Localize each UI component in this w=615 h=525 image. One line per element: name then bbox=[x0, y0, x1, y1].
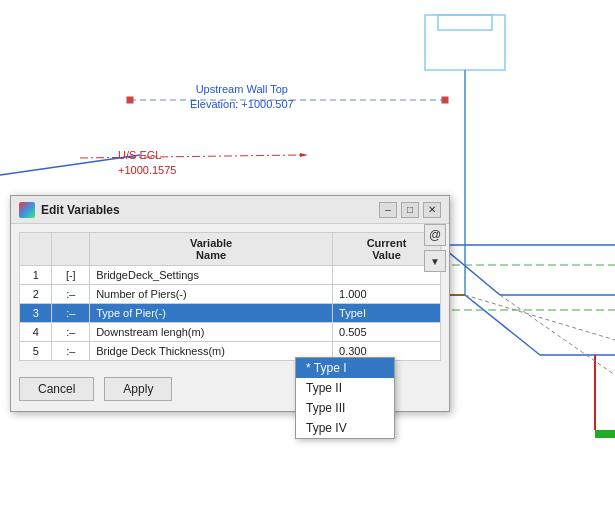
close-button[interactable]: ✕ bbox=[423, 202, 441, 218]
svg-line-20 bbox=[465, 295, 615, 340]
egl-label: U/S EGL bbox=[118, 148, 176, 163]
upstream-wall-annotation: Upstream Wall Top Elevation: +1000.507 bbox=[190, 82, 294, 113]
dropdown-item[interactable]: Type II bbox=[296, 378, 394, 398]
svg-rect-1 bbox=[438, 15, 492, 30]
dropdown-item[interactable]: * Type I bbox=[296, 358, 394, 378]
dropdown-item[interactable]: Type IV bbox=[296, 418, 394, 438]
row-variable: Type of Pier(-) bbox=[90, 304, 333, 323]
table-row[interactable]: 3 :– Type of Pier(-) TypeI bbox=[20, 304, 441, 323]
svg-line-6 bbox=[80, 155, 300, 158]
row-variable: Downstream lengh(m) bbox=[90, 323, 333, 342]
maximize-button[interactable]: □ bbox=[401, 202, 419, 218]
col-variable-header: VariableName bbox=[90, 233, 333, 266]
row-value: 1.000 bbox=[333, 285, 441, 304]
row-number: 4 bbox=[20, 323, 52, 342]
row-value: 0.505 bbox=[333, 323, 441, 342]
dialog-titlebar: Edit Variables – □ ✕ bbox=[11, 196, 449, 224]
dialog-body: VariableName CurrentValue 1 [-] BridgeDe… bbox=[11, 224, 449, 369]
upstream-wall-elevation: Elevation: +1000.507 bbox=[190, 97, 294, 112]
row-variable: Number of Piers(-) bbox=[90, 285, 333, 304]
svg-marker-7 bbox=[300, 153, 308, 157]
svg-line-12 bbox=[465, 295, 540, 355]
table-row[interactable]: 4 :– Downstream lengh(m) 0.505 bbox=[20, 323, 441, 342]
row-dash: :– bbox=[52, 285, 90, 304]
row-dash: :– bbox=[52, 342, 90, 361]
egl-annotation: U/S EGL +1000.1575 bbox=[118, 148, 176, 179]
col-num-header bbox=[20, 233, 52, 266]
col-dash-header bbox=[52, 233, 90, 266]
svg-rect-0 bbox=[425, 15, 505, 70]
collapse-button[interactable]: ▼ bbox=[424, 250, 446, 272]
svg-rect-5 bbox=[442, 97, 448, 103]
row-value: TypeI bbox=[333, 304, 441, 323]
dialog-title-left: Edit Variables bbox=[19, 202, 120, 218]
row-number: 5 bbox=[20, 342, 52, 361]
svg-line-21 bbox=[500, 295, 615, 375]
svg-rect-4 bbox=[127, 97, 133, 103]
row-number: 2 bbox=[20, 285, 52, 304]
variables-table: VariableName CurrentValue 1 [-] BridgeDe… bbox=[19, 232, 441, 361]
row-number: 3 bbox=[20, 304, 52, 323]
type-dropdown[interactable]: * Type IType IIType IIIType IV bbox=[295, 357, 395, 439]
row-dash: [-] bbox=[52, 266, 90, 285]
dialog-controls: – □ ✕ bbox=[379, 202, 441, 218]
table-header-row: VariableName CurrentValue bbox=[20, 233, 441, 266]
cancel-button[interactable]: Cancel bbox=[19, 377, 94, 401]
row-number: 1 bbox=[20, 266, 52, 285]
dialog-title: Edit Variables bbox=[41, 203, 120, 217]
table-row[interactable]: 1 [-] BridgeDeck_Settings bbox=[20, 266, 441, 285]
dialog-app-icon bbox=[19, 202, 35, 218]
row-dash: :– bbox=[52, 304, 90, 323]
svg-rect-17 bbox=[595, 430, 615, 438]
table-body: 1 [-] BridgeDeck_Settings 2 :– Number of… bbox=[20, 266, 441, 361]
minimize-button[interactable]: – bbox=[379, 202, 397, 218]
egl-value: +1000.1575 bbox=[118, 163, 176, 178]
at-button[interactable]: @ bbox=[424, 224, 446, 246]
row-variable: BridgeDeck_Settings bbox=[90, 266, 333, 285]
dropdown-item[interactable]: Type III bbox=[296, 398, 394, 418]
table-row[interactable]: 2 :– Number of Piers(-) 1.000 bbox=[20, 285, 441, 304]
upstream-wall-title: Upstream Wall Top bbox=[190, 82, 294, 97]
row-dash: :– bbox=[52, 323, 90, 342]
apply-button[interactable]: Apply bbox=[104, 377, 172, 401]
